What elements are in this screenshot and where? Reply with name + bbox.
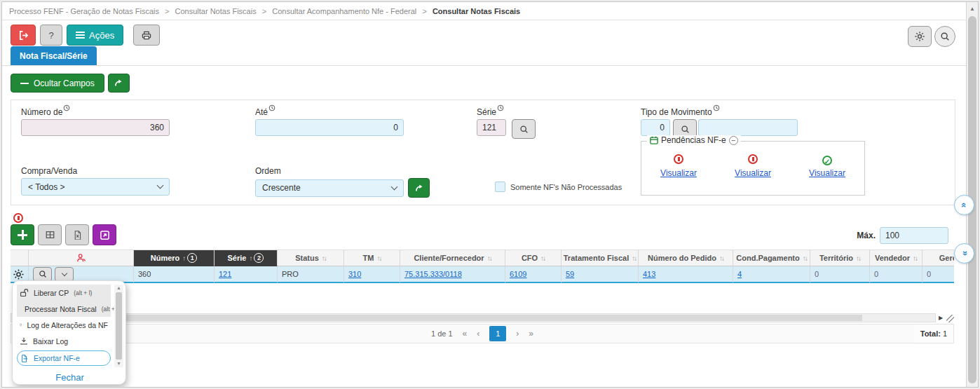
- max-input[interactable]: [880, 227, 948, 244]
- scroll-to-bottom-button[interactable]: «: [954, 243, 974, 264]
- column-header-tratamento-fiscal[interactable]: Tratamento Fiscal↑↓: [562, 250, 639, 266]
- exit-button[interactable]: [11, 25, 36, 46]
- audit-clock-icon: [713, 104, 720, 111]
- scroll-up-icon[interactable]: ▲: [116, 285, 121, 292]
- serie-link[interactable]: 121: [219, 270, 231, 278]
- column-header-cliente-fornecedor[interactable]: Cliente/Fornecedor↑↓: [400, 250, 505, 266]
- serie-search-button[interactable]: [512, 119, 536, 139]
- visualizar-link[interactable]: Visualizar: [809, 168, 845, 178]
- grid-header-row: Número ↑ 1 Série ↑ 2 Status↑↓ TM↑↓ Clien…: [11, 250, 954, 266]
- visualizar-link[interactable]: Visualizar: [735, 168, 771, 178]
- column-header-status[interactable]: Status↑↓: [278, 250, 344, 266]
- refresh-arrow-button[interactable]: [108, 74, 130, 93]
- current-page-button[interactable]: 1: [489, 326, 506, 341]
- acoes-button[interactable]: Ações: [67, 25, 123, 46]
- pendencias-legend: Pendências NF-e −: [647, 135, 741, 145]
- help-button[interactable]: ?: [40, 25, 62, 46]
- row-search-button[interactable]: [33, 267, 52, 282]
- field-numero-de: Número de: [21, 104, 170, 136]
- search-button[interactable]: [934, 26, 955, 47]
- vertical-scrollbar[interactable]: ▲: [966, 2, 978, 387]
- total-label: Total:: [920, 329, 941, 338]
- gear-icon[interactable]: [13, 268, 25, 280]
- scrollbar-thumb[interactable]: [116, 292, 122, 360]
- menu-item-liberar-cp[interactable]: Liberar CP(alt + l): [17, 285, 111, 301]
- resize-handle-icon[interactable]: [946, 315, 954, 322]
- field-compra-venda: Compra/Venda < Todos >: [21, 166, 170, 196]
- scroll-up-icon[interactable]: ▲: [967, 6, 978, 12]
- scroll-to-top-button[interactable]: «: [954, 195, 974, 215]
- collapse-icon[interactable]: −: [729, 136, 738, 145]
- expand-grid-button[interactable]: [93, 224, 116, 245]
- column-header-serie[interactable]: Série ↑ 2: [215, 250, 278, 266]
- next-page-button[interactable]: ›: [516, 329, 519, 339]
- prev-page-button[interactable]: ‹: [477, 329, 479, 339]
- ate-input[interactable]: [255, 119, 404, 136]
- column-header-user[interactable]: [29, 250, 134, 266]
- sort-icon: ↑↓: [376, 254, 381, 262]
- tratamento-link[interactable]: 59: [566, 270, 574, 278]
- cell-cliente-fornecedor: 75.315.333/0118: [400, 266, 505, 283]
- somente-nf-label: Somente NF's Não Processadas: [510, 183, 622, 191]
- column-header-cfo[interactable]: CFO↑↓: [505, 250, 562, 266]
- menu-scrollbar[interactable]: ▲ ▼: [114, 285, 123, 367]
- results-grid: Número ↑ 1 Série ↑ 2 Status↑↓ TM↑↓ Clien…: [11, 250, 954, 313]
- column-header-cond-pagamento[interactable]: Cond.Pagamento↑↓: [733, 250, 810, 266]
- pedido-link[interactable]: 413: [643, 270, 655, 278]
- breadcrumb-item[interactable]: Processo FENF - Geração de Notas Fiscais: [9, 7, 159, 15]
- visualizar-link[interactable]: Visualizar: [660, 168, 697, 178]
- last-page-button[interactable]: »: [529, 329, 533, 339]
- scroll-down-icon[interactable]: ▼: [116, 360, 121, 367]
- scrollbar-thumb[interactable]: [12, 315, 862, 321]
- breadcrumb-item[interactable]: Consultar Notas Fiscais: [175, 7, 257, 15]
- tipo-movimento-desc-input[interactable]: [698, 119, 798, 136]
- menu-item-exportar-nfe[interactable]: Exportar NF-e: [17, 350, 111, 366]
- columns-button[interactable]: [38, 224, 62, 245]
- column-header-territorio[interactable]: Território↑↓: [810, 250, 870, 266]
- minus-icon: [20, 83, 29, 84]
- search-icon: [681, 125, 690, 134]
- menu-item-log-alteracoes[interactable]: Log de Alterações da NF: [17, 317, 111, 333]
- menu-item-processar-nota-fiscal[interactable]: Processar Nota Fiscal(alt + p): [17, 301, 111, 317]
- export-excel-button[interactable]: [65, 224, 89, 245]
- add-row-button[interactable]: [11, 224, 34, 245]
- column-header-numero-pedido[interactable]: Número do Pedido↑↓: [639, 250, 733, 266]
- cell-numero-pedido: 413: [639, 266, 733, 283]
- horizontal-scrollbar[interactable]: [11, 313, 936, 322]
- menu-close-button[interactable]: Fechar: [17, 372, 123, 383]
- column-header-gerente[interactable]: Gerente↑↓: [923, 250, 954, 266]
- total-value: 1: [943, 329, 947, 338]
- tab-nota-fiscal-serie[interactable]: Nota Fiscal/Série: [11, 46, 97, 65]
- search-icon: [940, 32, 950, 41]
- sort-icon: ↑↓: [632, 254, 636, 262]
- grid-icon: [45, 230, 55, 240]
- settings-button[interactable]: [908, 26, 932, 47]
- menu-item-baixar-log[interactable]: Baixar Log: [17, 333, 111, 349]
- print-button[interactable]: [133, 25, 160, 46]
- breadcrumb-item[interactable]: Consultar Acompanhamento Nfe - Federal: [272, 7, 416, 15]
- row-menu-button[interactable]: [55, 267, 74, 282]
- scroll-right-button[interactable]: ▶: [936, 313, 946, 322]
- table-row[interactable]: 360 121 PRO 310 75.315.333/0118 6109 59 …: [11, 266, 954, 283]
- tm-link[interactable]: 310: [348, 270, 361, 278]
- ocultar-campos-button[interactable]: Ocultar Campos: [11, 74, 104, 93]
- ordem-apply-button[interactable]: [408, 178, 430, 198]
- serie-input[interactable]: [477, 119, 506, 136]
- field-ordem: Ordem Crescente: [255, 166, 430, 198]
- cfo-link[interactable]: 6109: [510, 270, 526, 278]
- column-header-vendedor[interactable]: Vendedor↑↓: [870, 250, 923, 266]
- list-icon: [76, 34, 85, 36]
- first-page-button[interactable]: «: [463, 329, 468, 339]
- column-header-tm[interactable]: TM↑↓: [344, 250, 400, 266]
- cell-gerente: 0: [923, 266, 954, 283]
- column-header-numero[interactable]: Número ↑ 1: [134, 250, 215, 266]
- somente-nf-checkbox[interactable]: [495, 182, 505, 192]
- cond-pagamento-link[interactable]: 4: [737, 270, 742, 278]
- cell-status: PRO: [278, 266, 344, 283]
- sort-icon: ↑↓: [803, 254, 807, 262]
- cliente-link[interactable]: 75.315.333/0118: [404, 270, 462, 278]
- compra-venda-select[interactable]: < Todos >: [21, 178, 170, 196]
- tipo-movimento-code-input[interactable]: [641, 119, 670, 136]
- numero-de-input[interactable]: [21, 119, 170, 136]
- ordem-select[interactable]: Crescente: [255, 179, 404, 197]
